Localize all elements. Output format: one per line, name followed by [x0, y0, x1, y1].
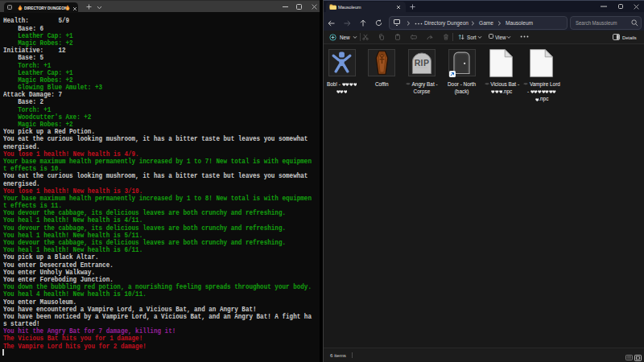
svg-text:RIP: RIP: [415, 57, 430, 67]
